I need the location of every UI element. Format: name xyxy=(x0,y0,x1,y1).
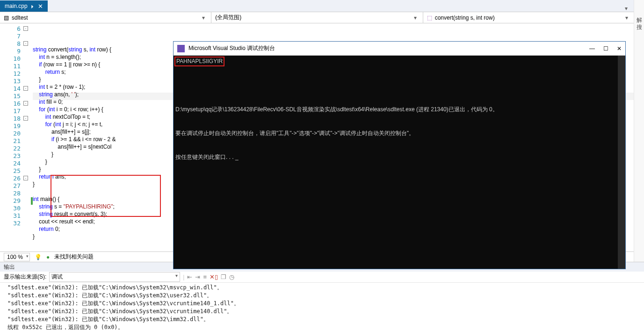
close-icon[interactable]: ✕ xyxy=(38,3,43,10)
line-gutter: 6-78-91011121314-1516-1718-1920212223242… xyxy=(0,23,33,262)
dropdown-icon[interactable]: ▾ xyxy=(622,5,630,12)
clear-icon[interactable]: ✕▯ xyxy=(210,273,218,280)
project-icon: ▧ xyxy=(4,14,9,21)
chevron-down-icon[interactable]: ▾ xyxy=(412,14,419,21)
console-output[interactable]: PAHNAPLSIIGYIR D:\mysetup\qq记录\136234428… xyxy=(174,56,625,178)
console-result: PAHNAPLSIIGYIR xyxy=(176,58,223,65)
change-marker xyxy=(31,197,33,205)
tab-main-cpp[interactable]: main.cpp ⏵ ✕ xyxy=(0,0,48,12)
output-source-select[interactable]: 调试 xyxy=(49,272,180,282)
pin-icon[interactable]: ⏵ xyxy=(30,4,35,9)
chevron-down-icon[interactable]: ▾ xyxy=(200,14,207,21)
console-title-text: Microsoft Visual Studio 调试控制台 xyxy=(188,44,275,52)
output-panel: 输出 显示输出来源(S): 调试 | ⇤ ⇥ ≡ ✕▯ ❐ ◷ "sdltest… xyxy=(0,262,644,330)
crumb-scope-label: (全局范围) xyxy=(215,14,241,22)
document-tabs: main.cpp ⏵ ✕ ▾ ⚙ xyxy=(0,0,644,12)
word-wrap-icon[interactable]: ≡ xyxy=(203,273,207,280)
side-toolstrip: 解 搜 xyxy=(634,0,644,262)
output-toolbar: 显示输出来源(S): 调试 | ⇤ ⇥ ≡ ✕▯ ❐ ◷ xyxy=(0,272,644,283)
output-source-label: 显示输出来源(S): xyxy=(4,273,46,281)
clock-icon[interactable]: ◷ xyxy=(229,273,234,280)
crumb-scope[interactable]: (全局范围) ▾ xyxy=(211,12,423,23)
breadcrumb: ▧ sdltest ▾ (全局范围) ▾ ⬚ convert(string s,… xyxy=(0,12,644,23)
output-text[interactable]: "sdltest.exe"(Win32): 已加载"C:\Windows\Sys… xyxy=(0,283,644,330)
debug-console-window[interactable]: Microsoft Visual Studio 调试控制台 — ☐ ✕ PAHN… xyxy=(173,41,626,269)
chevron-down-icon[interactable]: ▾ xyxy=(623,14,630,21)
console-app-icon xyxy=(177,45,185,52)
crumb-project-label: sdltest xyxy=(12,14,28,21)
annotation-box-output: PAHNAPLSIIGYIR xyxy=(174,57,224,66)
indent-right-icon[interactable]: ⇥ xyxy=(195,273,200,280)
console-line: 要在调试停止时自动关闭控制台，请启用"工具"->"选项"->"调试"->"调试停… xyxy=(175,129,623,137)
zoom-select[interactable]: 100 % xyxy=(4,253,30,261)
lightbulb-icon[interactable]: 💡 xyxy=(35,254,42,260)
copy-icon[interactable]: ❐ xyxy=(221,273,226,280)
tab-label: main.cpp xyxy=(5,3,28,9)
output-source-value: 调试 xyxy=(51,273,63,280)
close-icon[interactable]: ✕ xyxy=(617,45,622,52)
console-line: 按任意键关闭此窗口. . . _ xyxy=(175,153,623,161)
console-line: D:\mysetup\qq记录\136234428\FileRecv\06-SD… xyxy=(175,106,623,114)
console-titlebar[interactable]: Microsoft Visual Studio 调试控制台 — ☐ ✕ xyxy=(174,42,625,56)
maximize-icon[interactable]: ☐ xyxy=(603,45,608,52)
cube-icon: ⬚ xyxy=(427,14,432,21)
minimize-icon[interactable]: — xyxy=(589,45,595,52)
indent-left-icon[interactable]: ⇤ xyxy=(187,273,192,280)
zoom-value: 100 % xyxy=(7,254,23,260)
issues-text: 未找到相关问题 xyxy=(54,253,94,261)
crumb-member-label: convert(string s, int row) xyxy=(435,14,495,21)
console-scrollbar[interactable] xyxy=(618,56,625,269)
window-controls: — ☐ ✕ xyxy=(589,45,622,52)
crumb-project[interactable]: ▧ sdltest ▾ xyxy=(0,12,211,23)
check-icon: ● xyxy=(46,254,50,260)
crumb-member[interactable]: ⬚ convert(string s, int row) ▾ xyxy=(423,12,635,23)
